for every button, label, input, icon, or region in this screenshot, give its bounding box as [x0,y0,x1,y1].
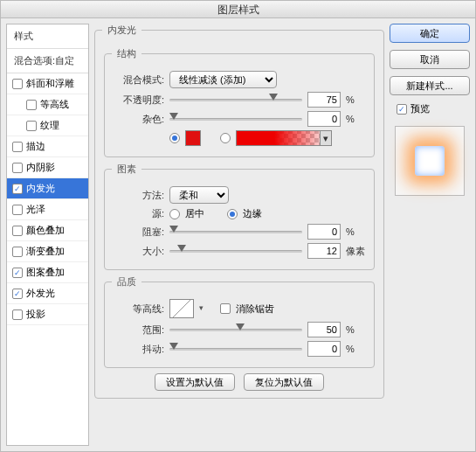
quality-legend: 品质 [112,275,141,289]
blend-mode-select[interactable]: 线性减淡 (添加) [169,71,277,88]
style-item-label: 图案叠加 [26,266,65,279]
styles-header[interactable]: 样式 [7,24,88,49]
pct-unit: % [346,94,367,105]
px-unit: 像素 [346,245,367,258]
style-item-label: 外发光 [26,287,55,300]
style-item[interactable]: 渐变叠加 [7,241,88,262]
size-slider[interactable] [169,245,302,257]
color-solid-radio[interactable] [169,133,180,143]
style-item-label: 光泽 [26,203,45,216]
inner-glow-group: 内发光 结构 混合模式: 线性减淡 (添加) 不透明度: 75 % 杂色: [94,24,384,399]
opacity-label: 不透明度: [112,94,164,107]
blend-mode-label: 混合模式: [112,73,164,87]
elements-group: 图素 方法: 柔和 源: 居中 边缘 阻塞: [104,163,375,270]
style-item[interactable]: 纹理 [7,115,88,136]
ok-button[interactable]: 确定 [390,24,470,43]
style-item[interactable]: 投影 [7,304,88,325]
pct-unit: % [346,114,367,124]
style-item[interactable]: 光泽 [7,199,88,220]
blending-options-item[interactable]: 混合选项:自定 [7,49,88,73]
style-item-label: 斜面和浮雕 [26,77,74,90]
style-checkbox[interactable] [12,309,23,320]
antialias-checkbox[interactable] [220,303,231,314]
color-gradient-radio[interactable] [220,133,231,143]
style-item[interactable]: 颜色叠加 [7,220,88,241]
gradient-swatch[interactable]: ▾ [236,130,332,146]
style-item-label: 描边 [26,140,45,153]
action-panel: 确定 取消 新建样式... 预览 [390,24,470,446]
style-checkbox[interactable] [12,247,23,257]
style-item-label: 渐变叠加 [26,245,65,258]
style-checkbox[interactable] [12,268,23,278]
preview-checkbox[interactable] [397,104,407,115]
style-checkbox[interactable] [12,289,23,299]
settings-panel: 内发光 结构 混合模式: 线性减淡 (添加) 不透明度: 75 % 杂色: [94,24,384,446]
noise-input[interactable]: 0 [307,111,341,127]
style-checkbox[interactable] [12,205,23,215]
structure-legend: 结构 [112,47,141,60]
style-checkbox[interactable] [12,163,23,173]
style-item-label: 内发光 [26,182,55,195]
style-item[interactable]: 内阴影 [7,157,88,178]
contour-picker[interactable] [169,299,194,318]
color-swatch[interactable] [185,130,201,146]
style-checkbox[interactable] [12,226,23,236]
chevron-down-icon[interactable]: ▾ [320,131,331,145]
style-item[interactable]: 图案叠加 [7,262,88,283]
range-slider[interactable] [169,323,302,336]
style-item-label: 内阴影 [26,161,55,174]
style-item[interactable]: 内发光 [7,178,88,199]
range-label: 范围: [112,323,164,337]
style-item[interactable]: 描边 [7,136,88,157]
preview-thumbnail [395,126,465,196]
style-item[interactable]: 外发光 [7,283,88,304]
preview-label: 预览 [410,102,430,115]
new-style-button[interactable]: 新建样式... [390,76,470,95]
jitter-input[interactable]: 0 [307,341,341,357]
opacity-slider[interactable] [169,94,302,106]
opacity-input[interactable]: 75 [307,92,341,108]
source-edge-radio[interactable] [227,209,238,219]
source-label: 源: [112,207,164,220]
style-item-label: 等高线 [40,98,69,111]
jitter-slider[interactable] [169,343,302,355]
choke-input[interactable]: 0 [307,224,341,240]
style-item[interactable]: 斜面和浮雕 [7,73,88,94]
panel-title: 内发光 [102,24,141,37]
dialog-body: 样式 混合选项:自定 斜面和浮雕等高线纹理描边内阴影内发光光泽颜色叠加渐变叠加图… [1,18,475,451]
style-checkbox[interactable] [12,142,23,152]
layer-style-dialog: 图层样式 样式 混合选项:自定 斜面和浮雕等高线纹理描边内阴影内发光光泽颜色叠加… [0,0,476,452]
style-item[interactable]: 等高线 [7,94,88,115]
style-checkbox[interactable] [12,184,23,194]
method-label: 方法: [112,189,164,202]
source-edge-label: 边缘 [243,207,262,220]
contour-label: 等高线: [112,302,164,316]
size-label: 大小: [112,245,164,258]
style-item-label: 投影 [26,308,45,321]
preview-glow-icon [415,146,445,176]
pct-unit: % [346,324,367,335]
size-input[interactable]: 12 [307,243,341,259]
reset-default-button[interactable]: 复位为默认值 [244,373,324,391]
make-default-button[interactable]: 设置为默认值 [155,373,235,391]
choke-slider[interactable] [169,226,302,238]
style-item-label: 颜色叠加 [26,224,65,237]
cancel-button[interactable]: 取消 [390,50,470,69]
style-checkbox[interactable] [12,79,23,89]
method-select[interactable]: 柔和 [169,186,229,204]
jitter-label: 抖动: [112,343,164,356]
antialias-label: 消除锯齿 [236,302,274,316]
styles-list: 样式 混合选项:自定 斜面和浮雕等高线纹理描边内阴影内发光光泽颜色叠加渐变叠加图… [6,24,89,446]
noise-label: 杂色: [112,113,164,126]
range-input[interactable]: 50 [307,322,341,337]
style-checkbox[interactable] [26,100,37,110]
noise-slider[interactable] [169,113,302,125]
quality-group: 品质 等高线: 消除锯齿 范围: 50 % [104,275,375,368]
style-checkbox[interactable] [26,121,37,131]
dialog-title: 图层样式 [1,1,475,18]
source-center-radio[interactable] [169,209,180,219]
pct-unit: % [346,344,367,354]
source-center-label: 居中 [185,207,204,220]
elements-legend: 图素 [112,163,141,176]
pct-unit: % [346,226,367,237]
